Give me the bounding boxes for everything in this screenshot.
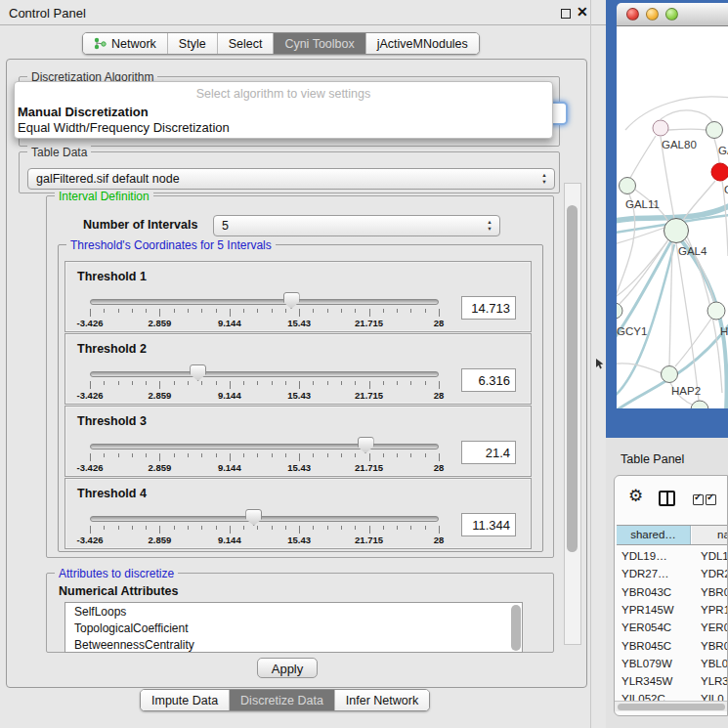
cell-shared-name: YBR045C: [621, 640, 671, 652]
tick-mark: [410, 453, 411, 457]
close-icon[interactable]: ✕: [577, 4, 588, 20]
tick-mark: [285, 526, 286, 530]
attributes-group-title: Attributes to discretize: [55, 567, 178, 580]
tab-network[interactable]: Network: [83, 33, 167, 54]
tab-label: Infer Network: [346, 694, 418, 707]
tick-mark: [188, 309, 189, 313]
tick-mark: [257, 309, 258, 313]
slider-track[interactable]: [90, 371, 439, 377]
tick-label: 28: [414, 462, 463, 473]
table-row[interactable]: YBR043CYBR0: [617, 584, 728, 602]
traffic-light-minimize-icon[interactable]: [646, 8, 659, 21]
table-row[interactable]: YDL19…YDL1: [617, 548, 728, 566]
tab-impute-data[interactable]: Impute Data: [141, 690, 229, 710]
network-canvas[interactable]: GAL80GACGAL11GAL4GCY1HHAP2: [617, 26, 728, 408]
threshold-slider[interactable]: -3.4262.8599.14415.4321.71528: [90, 262, 439, 332]
dropdown-option-equal-width-frequency[interactable]: Equal Width/Frequency Discretization: [18, 120, 230, 135]
table-row[interactable]: YLR345WYLR3: [617, 673, 728, 691]
table-data-combo[interactable]: galFiltered.sif default node ▲▼: [27, 168, 555, 190]
slider-track[interactable]: [90, 516, 439, 522]
tab-cyni-toolbox[interactable]: Cyni Toolbox: [273, 33, 364, 54]
slider-thumb[interactable]: [358, 437, 374, 453]
column-header-shared[interactable]: shared…: [617, 526, 691, 544]
table-hscrollbar[interactable]: [615, 701, 728, 711]
node-label: GA: [718, 145, 728, 156]
threshold-value-field[interactable]: 11.344: [461, 513, 516, 536]
slider-thumb[interactable]: [245, 509, 262, 526]
tick-mark: [369, 453, 370, 461]
network-window-titlebar[interactable]: [617, 3, 728, 26]
network-node[interactable]: [662, 366, 678, 383]
cell-name: YLR3: [701, 675, 728, 687]
table-panel: ⚙ ✓ ✓ shared… na YDL19…YDL1YDR27…YDR2YBR…: [614, 475, 728, 716]
network-node[interactable]: [653, 120, 668, 136]
threshold-slider[interactable]: -3.4262.8599.14415.4321.71528: [90, 407, 439, 477]
table-row[interactable]: YBR045CYBR0: [617, 638, 728, 656]
tab-discretize-data[interactable]: Discretize Data: [229, 690, 334, 710]
table-hscrollbar-thumb[interactable]: [618, 704, 725, 710]
table-row[interactable]: YBL079WYBL0: [617, 656, 728, 673]
tick-mark: [174, 381, 175, 385]
node-label: GAL80: [662, 139, 697, 150]
tab-jactivemnodules[interactable]: jActiveMNodules: [365, 33, 479, 54]
number-of-intervals-label: Number of Intervals: [83, 218, 197, 232]
tick-mark: [313, 381, 314, 385]
network-node[interactable]: [664, 219, 689, 243]
main-scrollbar[interactable]: [564, 183, 581, 645]
tick-mark: [146, 526, 147, 530]
float-window-icon[interactable]: [561, 9, 571, 19]
attribute-list-item[interactable]: BetweennessCentrality: [65, 636, 522, 653]
columns-icon[interactable]: [659, 491, 675, 506]
network-node[interactable]: [707, 302, 725, 320]
network-node[interactable]: [711, 163, 728, 181]
gear-icon[interactable]: ⚙: [628, 486, 643, 506]
checkbox-icon[interactable]: ✓: [693, 494, 704, 505]
threshold-value-field[interactable]: 14.713: [461, 296, 516, 320]
threshold-slider[interactable]: -3.4262.8599.14415.4321.71528: [90, 334, 439, 405]
tab-select[interactable]: Select: [217, 33, 274, 54]
attribute-list-item[interactable]: TopologicalCoefficient: [65, 620, 522, 636]
tab-label: Network: [111, 37, 156, 51]
table-row[interactable]: YDR27…YDR2: [617, 566, 728, 583]
network-node[interactable]: [620, 178, 636, 194]
numerical-attributes-list[interactable]: SelfLoopsTopologicalCoefficientBetweenne…: [64, 602, 523, 653]
tick-mark: [90, 526, 91, 534]
attribute-list-item[interactable]: SelfLoops: [65, 603, 522, 620]
tab-infer-network[interactable]: Infer Network: [334, 690, 429, 710]
tick-label: 15.43: [275, 318, 323, 328]
threshold-slider[interactable]: -3.4262.8599.14415.4321.71528: [90, 479, 439, 549]
tick-mark: [425, 309, 426, 313]
network-node[interactable]: [707, 122, 723, 139]
threshold-value-field[interactable]: 6.316: [461, 368, 516, 392]
tick-label: 2.859: [135, 318, 184, 328]
apply-button[interactable]: Apply: [257, 658, 318, 678]
table-row[interactable]: YER054CYER0: [617, 620, 728, 637]
tick-mark: [397, 453, 398, 457]
list-scrollbar[interactable]: [511, 605, 521, 651]
tick-mark: [410, 526, 411, 530]
tick-mark: [104, 309, 105, 313]
slider-thumb[interactable]: [190, 364, 206, 381]
number-of-intervals-combo[interactable]: 5 ▲▼: [213, 215, 500, 236]
traffic-light-close-icon[interactable]: [626, 8, 639, 21]
column-header-name[interactable]: na: [692, 526, 728, 544]
traffic-light-zoom-icon[interactable]: [665, 8, 678, 21]
slider-track[interactable]: [90, 444, 439, 450]
tab-style[interactable]: Style: [167, 33, 217, 54]
node-label: GAL4: [678, 245, 707, 257]
tick-mark: [410, 381, 411, 385]
tick-label: 28: [414, 535, 463, 545]
network-node[interactable]: [617, 303, 622, 319]
tick-label: 28: [414, 390, 463, 401]
checkbox-icon[interactable]: ✓: [706, 494, 716, 505]
dropdown-option-manual-discretization[interactable]: Manual Discretization: [18, 105, 149, 119]
slider-thumb[interactable]: [283, 292, 300, 309]
tick-label: 21.715: [345, 390, 394, 401]
threshold-value-field[interactable]: 21.4: [461, 441, 516, 464]
main-scrollbar-thumb[interactable]: [567, 205, 578, 552]
table-row[interactable]: YPR145WYPR1: [617, 602, 728, 620]
slider-track[interactable]: [90, 299, 439, 305]
network-edge: [668, 129, 707, 130]
network-node[interactable]: [691, 401, 708, 408]
tick-mark: [146, 381, 147, 385]
